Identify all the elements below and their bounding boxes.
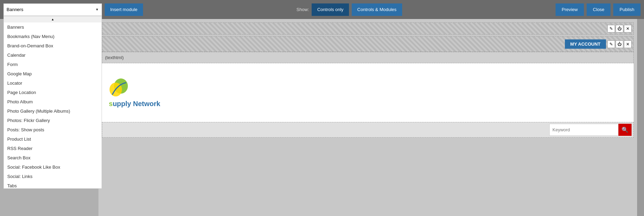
dropdown-item-tabs[interactable]: Tabs <box>4 181 102 189</box>
block1-edit-button[interactable]: ✎ <box>607 25 615 32</box>
dropdown-item-photogallery[interactable]: Photo Gallery (Multiple Albums) <box>4 106 102 116</box>
dropdown-item-googlemap[interactable]: Google Map <box>4 69 102 78</box>
dropdown-item-posts[interactable]: Posts: Show posts <box>4 125 102 134</box>
controls-modules-button[interactable]: Controls & Modules <box>352 3 402 16</box>
editor-area: ✎ ⏻ ✕ MY ACCOUNT ✎ ⏻ ✕ (texthtml) <box>98 19 637 216</box>
dropdown-item-calendar[interactable]: Calendar <box>4 50 102 60</box>
dropdown-item-rss[interactable]: RSS Reader <box>4 144 102 153</box>
scroll-up-button[interactable]: ▲ <box>4 16 102 22</box>
keyword-input[interactable] <box>549 124 618 136</box>
logo-text: supply Network <box>109 100 160 108</box>
text-html-label: (texthtml) <box>105 55 124 60</box>
dropdown-item-searchbox[interactable]: Search Box <box>4 153 102 162</box>
block-controls-nav: ✎ ⏻ ✕ <box>607 40 632 48</box>
nav-power-button[interactable]: ⏻ <box>616 40 623 48</box>
dropdown-item-productlist[interactable]: Product List <box>4 134 102 144</box>
dropdown-items-list: Banners Bookmarks (Nav Menu) Brand-on-De… <box>4 22 102 189</box>
block-controls-1: ✎ ⏻ ✕ <box>607 25 632 32</box>
dropdown-item-locator[interactable]: Locator <box>4 78 102 88</box>
preview-button[interactable]: Preview <box>556 3 584 16</box>
search-icon: 🔍 <box>622 126 628 133</box>
block1-close-button[interactable]: ✕ <box>624 25 632 32</box>
dropdown-item-pagelocation[interactable]: Page Location <box>4 88 102 97</box>
dropdown-item-form[interactable]: Form <box>4 60 102 69</box>
logo-area: supply Network <box>109 77 160 108</box>
right-sidebar <box>637 19 644 216</box>
logo-icon <box>109 77 128 98</box>
module-dropdown-wrapper: Banners ▼ ▲ Banners Bookmarks (Nav Menu)… <box>3 3 102 16</box>
chevron-down-icon: ▼ <box>95 8 99 11</box>
selected-module-label: Banners <box>7 7 23 12</box>
toolbar: Banners ▼ ▲ Banners Bookmarks (Nav Menu)… <box>0 0 644 19</box>
logo-content-area: supply Network <box>102 63 634 122</box>
logo-company: upply Network <box>113 100 160 107</box>
dropdown-item-banners[interactable]: Banners <box>4 22 102 32</box>
dropdown-item-brand[interactable]: Brand-on-Demand Box <box>4 41 102 50</box>
search-button[interactable]: 🔍 <box>618 124 632 136</box>
bottom-search-area: 🔍 <box>102 122 634 138</box>
dropdown-item-flickr[interactable]: Photos: Flickr Gallery <box>4 116 102 125</box>
my-account-button[interactable]: MY ACCOUNT <box>565 39 606 49</box>
nav-edit-button[interactable]: ✎ <box>607 40 615 48</box>
logo-supply: s <box>109 100 113 107</box>
nav-close-button[interactable]: ✕ <box>624 40 632 48</box>
show-label: Show: <box>296 7 309 12</box>
close-button[interactable]: Close <box>587 3 610 16</box>
module-dropdown-menu: ▲ Banners Bookmarks (Nav Menu) Brand-on-… <box>3 16 102 189</box>
module-select[interactable]: Banners ▼ <box>3 3 102 16</box>
block-header-1: ✎ ⏻ ✕ <box>102 22 634 35</box>
text-html-block: (texthtml) <box>102 52 634 63</box>
dropdown-item-photoalbum[interactable]: Photo Album <box>4 97 102 106</box>
dropdown-item-facebook[interactable]: Social: Facebook Like Box <box>4 162 102 172</box>
block1-power-button[interactable]: ⏻ <box>616 25 623 32</box>
insert-module-button[interactable]: Insert module <box>105 3 143 16</box>
dropdown-item-bookmarks[interactable]: Bookmarks (Nav Menu) <box>4 32 102 41</box>
controls-only-button[interactable]: Controls only <box>312 3 349 16</box>
publish-button[interactable]: Publish <box>613 3 641 16</box>
content-block-1: ✎ ⏻ ✕ <box>102 22 634 35</box>
dropdown-item-sociallinks[interactable]: Social: Links <box>4 172 102 181</box>
nav-block: MY ACCOUNT ✎ ⏻ ✕ <box>102 36 634 52</box>
